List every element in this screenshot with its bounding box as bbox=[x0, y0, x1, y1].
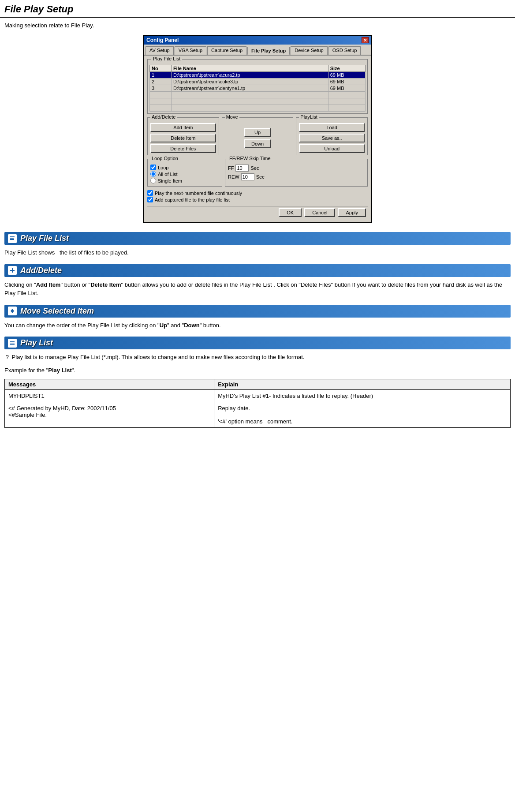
row-no: 1 bbox=[150, 72, 172, 79]
page-title: File Play Setup bbox=[4, 4, 511, 15]
col-size: Size bbox=[328, 65, 365, 72]
middle-section: Add/Delete Add Item Delete Item Delete F… bbox=[147, 117, 368, 155]
table-row bbox=[150, 92, 366, 98]
tab-osd-setup[interactable]: OSD Setup bbox=[328, 46, 361, 55]
section-header-playlist: Play List bbox=[4, 337, 511, 349]
single-item-row: Single Item bbox=[150, 178, 219, 183]
move-group: Move Up Down bbox=[222, 117, 294, 155]
svg-rect-0 bbox=[10, 236, 15, 237]
ok-button[interactable]: OK bbox=[279, 208, 302, 217]
loop-checkbox[interactable] bbox=[150, 165, 156, 170]
row-explain: MyHD's Play List #1- Indicates a listed … bbox=[214, 390, 511, 402]
dialog-body: Play File List No File Name Size 1 bbox=[144, 56, 371, 222]
tab-vga-setup[interactable]: VGA Setup bbox=[175, 46, 206, 55]
add-delete-group: Add/Delete Add Item Delete Item Delete F… bbox=[147, 117, 219, 155]
page-title-bar: File Play Setup bbox=[0, 0, 515, 18]
svg-marker-5 bbox=[11, 309, 14, 311]
ff-unit: Sec bbox=[250, 165, 259, 171]
dialog-tabs: AV Setup VGA Setup Capture Setup File Pl… bbox=[144, 45, 371, 56]
svg-rect-8 bbox=[10, 343, 15, 344]
play-file-list-label: Play File List bbox=[151, 56, 182, 61]
checkbox-section: Play the next-numbered file continuously… bbox=[147, 190, 368, 202]
example-label: Example for the "Play List". bbox=[4, 366, 511, 375]
row-filename: D:\tpstream\tpstream\coke3.tp bbox=[171, 79, 328, 85]
dialog-title: Config Panel bbox=[146, 37, 179, 43]
down-button[interactable]: Down bbox=[244, 139, 271, 148]
dialog-footer: OK Cancel Apply bbox=[147, 206, 368, 219]
section-text-play-file-list: Play File List shows the list of files t… bbox=[4, 248, 511, 257]
section-text-add-delete: Clicking on "Add Item" button or "Delete… bbox=[4, 281, 511, 298]
rew-label: REW bbox=[228, 174, 239, 180]
delete-files-button[interactable]: Delete Files bbox=[150, 144, 216, 153]
playlist-group: PlayList Load Save as.. Unload bbox=[296, 117, 368, 155]
tab-av-setup[interactable]: AV Setup bbox=[146, 46, 174, 55]
add-captured-row: Add captured file to the play file list bbox=[147, 197, 368, 202]
up-button[interactable]: Up bbox=[244, 128, 271, 137]
svg-marker-6 bbox=[11, 311, 14, 313]
add-item-button[interactable]: Add Item bbox=[150, 123, 216, 132]
row-size: 69 MB bbox=[328, 72, 365, 79]
page-content: Making selection relate to File Play. Co… bbox=[0, 22, 515, 428]
row-message: MYHDPLIST1 bbox=[5, 390, 214, 402]
play-file-list-group: Play File List No File Name Size 1 bbox=[147, 59, 368, 114]
play-next-row: Play the next-numbered file continuously bbox=[147, 190, 368, 196]
loop-option-label: Loop Option bbox=[150, 156, 179, 161]
save-as-button[interactable]: Save as.. bbox=[299, 134, 365, 142]
table-row[interactable]: 2 D:\tpstream\tpstream\coke3.tp 69 MB bbox=[150, 79, 366, 85]
section-title-playlist: Play List bbox=[20, 338, 53, 348]
section-header-play-file-list: Play File List bbox=[4, 232, 511, 245]
table-row[interactable]: 1 D:\tpstream\tpstream\acura2.tp 69 MB bbox=[150, 72, 366, 79]
table-row: MYHDPLIST1 MyHD's Play List #1- Indicate… bbox=[5, 390, 511, 402]
ff-row: FF Sec bbox=[228, 165, 365, 172]
add-delete-label: Add/Delete bbox=[150, 114, 177, 120]
move-icon bbox=[8, 307, 17, 315]
add-captured-label: Add captured file to the play file list bbox=[155, 197, 230, 202]
unload-button[interactable]: Unload bbox=[299, 144, 365, 153]
dialog-titlebar: Config Panel ✕ bbox=[144, 36, 371, 45]
load-button[interactable]: Load bbox=[299, 123, 365, 132]
all-of-list-radio[interactable] bbox=[150, 171, 156, 177]
rew-input[interactable] bbox=[241, 173, 254, 180]
play-file-list-icon bbox=[8, 234, 17, 243]
loop-check-row: Loop bbox=[150, 165, 219, 170]
col-no: No bbox=[150, 65, 172, 72]
section-title-play-file-list: Play File List bbox=[20, 234, 69, 243]
section-title-add-delete: Add/Delete bbox=[20, 266, 62, 275]
dialog-wrapper: Config Panel ✕ AV Setup VGA Setup Captur… bbox=[4, 35, 511, 223]
play-next-checkbox[interactable] bbox=[147, 190, 153, 196]
section-title-move: Move Selected Item bbox=[20, 307, 94, 316]
row-no: 3 bbox=[150, 85, 172, 92]
ff-input[interactable] bbox=[235, 165, 249, 172]
loop-option-group: Loop Option Loop All of List Single Item bbox=[147, 159, 222, 187]
row-message: <# Generated by MyHD, Date: 2002/11/05 <… bbox=[5, 402, 214, 428]
single-item-label: Single Item bbox=[158, 178, 182, 183]
add-captured-checkbox[interactable] bbox=[147, 197, 153, 202]
table-row[interactable]: 3 D:\tpstream\tpstream\dentyne1.tp 69 MB bbox=[150, 85, 366, 92]
table-row bbox=[150, 98, 366, 105]
tab-capture-setup[interactable]: Capture Setup bbox=[207, 46, 246, 55]
col-messages: Messages bbox=[5, 379, 214, 390]
section-text-move: You can change the order of the Play Fil… bbox=[4, 321, 511, 330]
svg-rect-2 bbox=[10, 239, 14, 240]
row-size: 69 MB bbox=[328, 79, 365, 85]
tab-file-play-setup[interactable]: File Play Setup bbox=[247, 47, 290, 55]
tab-device-setup[interactable]: Device Setup bbox=[291, 46, 327, 55]
section-text-playlist: ？ Play list is to manage Play File List … bbox=[4, 353, 511, 362]
close-button[interactable]: ✕ bbox=[362, 37, 369, 43]
row-size: 69 MB bbox=[328, 85, 365, 92]
table-row: <# Generated by MyHD, Date: 2002/11/05 <… bbox=[5, 402, 511, 428]
example-table: Messages Explain MYHDPLIST1 MyHD's Play … bbox=[4, 379, 511, 428]
config-panel: Config Panel ✕ AV Setup VGA Setup Captur… bbox=[143, 35, 372, 223]
delete-item-button[interactable]: Delete Item bbox=[150, 134, 216, 142]
playlist-icon bbox=[8, 339, 17, 348]
file-list-table: No File Name Size 1 D:\tpstream\tpstream… bbox=[149, 65, 366, 112]
cancel-button[interactable]: Cancel bbox=[304, 208, 335, 217]
apply-button[interactable]: Apply bbox=[338, 208, 366, 217]
play-next-label: Play the next-numbered file continuously bbox=[155, 191, 242, 196]
move-label: Move bbox=[225, 114, 239, 120]
row-filename: D:\tpstream\tpstream\acura2.tp bbox=[171, 72, 328, 79]
table-row bbox=[150, 105, 366, 112]
rew-unit: Sec bbox=[256, 174, 265, 180]
single-item-radio[interactable] bbox=[150, 178, 156, 183]
ffrew-group: FF/REW Skip Time FF Sec REW Sec bbox=[225, 159, 368, 187]
